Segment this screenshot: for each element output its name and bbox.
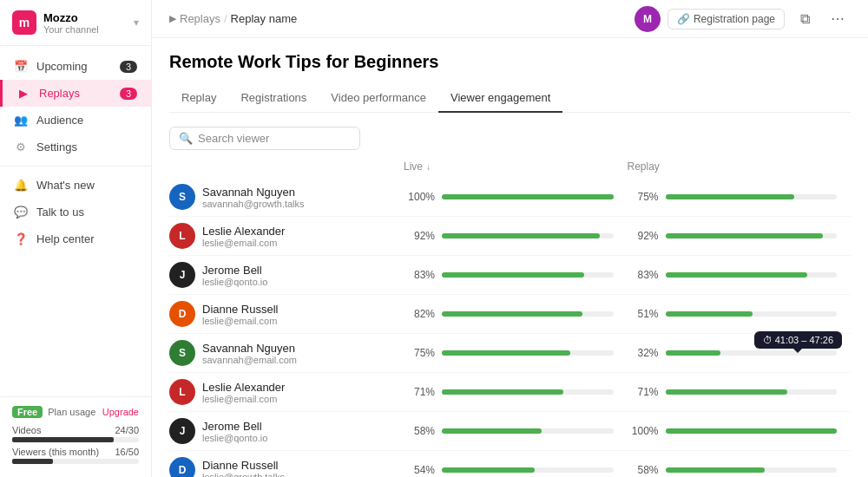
replay-bar-fill bbox=[666, 389, 787, 395]
content-area: Remote Work Tips for Beginners Replay Re… bbox=[152, 38, 868, 477]
settings-icon: ⚙ bbox=[14, 140, 28, 154]
viewer-row: L Leslie Alexander leslie@email.com 92% … bbox=[169, 217, 851, 256]
viewer-info: S Savannah Nguyen savannah@email.com bbox=[169, 340, 404, 366]
tab-viewer-engagement[interactable]: Viewer engagement bbox=[438, 84, 562, 113]
live-bar-track bbox=[442, 311, 614, 317]
viewer-name: Leslie Alexander bbox=[202, 381, 285, 394]
topbar-avatar[interactable]: M bbox=[635, 6, 661, 32]
sidebar-item-help-center[interactable]: ❓ Help center bbox=[0, 225, 151, 252]
sidebar-item-replays[interactable]: ▶ Replays 3 bbox=[0, 80, 151, 107]
viewer-email: leslie@email.com bbox=[202, 316, 278, 326]
replay-bar-cell: 92% bbox=[628, 230, 852, 242]
videos-value: 24/30 bbox=[115, 425, 139, 435]
audience-icon: 👥 bbox=[14, 114, 28, 127]
viewer-avatar: J bbox=[169, 418, 195, 444]
viewer-email: savannah@growth.talks bbox=[202, 199, 305, 209]
sidebar-item-settings[interactable]: ⚙ Settings bbox=[0, 134, 151, 160]
tab-registrations[interactable]: Registrations bbox=[228, 84, 319, 113]
main-content: ▶ Replays / Replay name M 🔗 Registration… bbox=[152, 0, 868, 477]
tab-replay[interactable]: Replay bbox=[169, 84, 228, 113]
chat-icon: 💬 bbox=[14, 206, 28, 219]
breadcrumb-replays-link[interactable]: Replays bbox=[180, 12, 220, 25]
replay-bar-track bbox=[666, 350, 838, 356]
more-options-button[interactable]: ⋯ bbox=[825, 6, 851, 32]
copy-button[interactable]: ⧉ bbox=[792, 6, 818, 32]
replay-bar-track bbox=[666, 467, 838, 473]
viewer-avatar: S bbox=[169, 184, 195, 210]
sidebar-nav: 📅 Upcoming 3 ▶ Replays 3 👥 Audience ⚙ Se… bbox=[0, 46, 151, 396]
sidebar-item-talk-to-us[interactable]: 💬 Talk to us bbox=[0, 199, 151, 225]
sidebar-bottom: Free Plan usage Upgrade Videos 24/30 Vie… bbox=[0, 396, 151, 477]
live-bar-track bbox=[442, 467, 614, 473]
live-bar-track bbox=[442, 428, 614, 434]
replay-bar-cell: 100% bbox=[628, 425, 852, 437]
topbar: ▶ Replays / Replay name M 🔗 Registration… bbox=[152, 0, 868, 38]
live-pct: 83% bbox=[404, 269, 435, 281]
sidebar-item-audience[interactable]: 👥 Audience bbox=[0, 107, 151, 134]
tab-video-performance[interactable]: Video performance bbox=[319, 84, 438, 113]
viewer-avatar: J bbox=[169, 262, 195, 288]
free-badge: Free bbox=[12, 406, 43, 418]
col-live-header[interactable]: Live ↓ bbox=[404, 160, 628, 173]
link-icon: 🔗 bbox=[677, 13, 690, 25]
videos-usage: Videos 24/30 bbox=[12, 425, 139, 442]
replay-tooltip: ⏱ 41:03 – 47:26 bbox=[754, 331, 842, 349]
replay-bar-fill bbox=[666, 428, 838, 434]
sidebar-item-upcoming[interactable]: 📅 Upcoming 3 bbox=[0, 53, 151, 80]
viewer-row: S Savannah Nguyen savannah@growth.talks … bbox=[169, 178, 851, 217]
replay-bar-cell: 51% bbox=[628, 308, 852, 320]
viewers-label: Viewers (this month) bbox=[12, 447, 99, 457]
replays-badge: 3 bbox=[120, 88, 137, 100]
viewer-name: Dianne Russell bbox=[202, 459, 285, 472]
replay-bar-fill bbox=[666, 233, 824, 238]
upgrade-link[interactable]: Upgrade bbox=[102, 407, 139, 417]
search-row: 🔍 Search viewer bbox=[169, 127, 851, 150]
live-bar-cell: 100% bbox=[404, 191, 628, 203]
brand-chevron-icon[interactable]: ▾ bbox=[134, 16, 139, 29]
viewer-info: L Leslie Alexander leslie@email.com bbox=[169, 223, 404, 249]
live-bar-fill bbox=[442, 350, 570, 356]
help-icon: ❓ bbox=[14, 232, 28, 245]
search-box[interactable]: 🔍 Search viewer bbox=[169, 127, 360, 150]
reg-page-label: Registration page bbox=[694, 13, 775, 25]
brand-name: Mozzo bbox=[43, 11, 127, 24]
sidebar-item-label: Audience bbox=[36, 114, 137, 127]
viewer-name: Savannah Nguyen bbox=[202, 186, 305, 199]
sidebar-item-whats-new[interactable]: 🔔 What's new bbox=[0, 172, 151, 199]
brand-info: Mozzo Your channel bbox=[43, 11, 127, 35]
bell-icon: 🔔 bbox=[14, 179, 28, 192]
live-bar-cell: 92% bbox=[404, 230, 628, 242]
viewer-info: J Jerome Bell leslie@qonto.io bbox=[169, 418, 404, 444]
viewer-row: D Dianne Russell leslie@email.com 82% 51… bbox=[169, 295, 851, 334]
topbar-actions: M 🔗 Registration page ⧉ ⋯ bbox=[635, 6, 851, 32]
live-bar-fill bbox=[442, 311, 582, 317]
replay-pct: 71% bbox=[628, 386, 659, 398]
live-bar-cell: 54% bbox=[404, 464, 628, 476]
page-title: Remote Work Tips for Beginners bbox=[169, 52, 851, 72]
live-pct: 100% bbox=[404, 191, 435, 203]
sidebar-item-label: Upcoming bbox=[36, 60, 111, 73]
registration-page-link[interactable]: 🔗 Registration page bbox=[667, 9, 785, 29]
viewer-info: J Jerome Bell leslie@qonto.io bbox=[169, 262, 404, 288]
sidebar-item-label: Settings bbox=[36, 140, 137, 154]
sidebar-header[interactable]: m Mozzo Your channel ▾ bbox=[0, 0, 151, 46]
viewer-row: J Jerome Bell leslie@qonto.io 83% 83% bbox=[169, 256, 851, 295]
calendar-icon: 📅 bbox=[14, 60, 28, 73]
viewer-name: Jerome Bell bbox=[202, 420, 267, 433]
viewer-info: D Dianne Russell leslie@email.com bbox=[169, 301, 404, 327]
replay-bar-track bbox=[666, 389, 838, 395]
replay-bar-cell: 71% bbox=[628, 386, 852, 398]
live-bar-track bbox=[442, 194, 614, 199]
viewer-avatar: D bbox=[169, 301, 195, 327]
live-bar-fill bbox=[442, 194, 614, 199]
live-bar-track bbox=[442, 350, 614, 356]
viewer-avatar: L bbox=[169, 223, 195, 249]
replay-bar-track bbox=[666, 311, 838, 317]
live-bar-cell: 58% bbox=[404, 425, 628, 437]
viewer-row: S Savannah Nguyen savannah@email.com 75%… bbox=[169, 334, 851, 373]
viewer-email: leslie@growth.talks bbox=[202, 472, 285, 478]
viewer-avatar: D bbox=[169, 457, 195, 477]
replay-pct: 58% bbox=[628, 464, 659, 476]
live-bar-track bbox=[442, 389, 614, 395]
live-bar-cell: 71% bbox=[404, 386, 628, 398]
